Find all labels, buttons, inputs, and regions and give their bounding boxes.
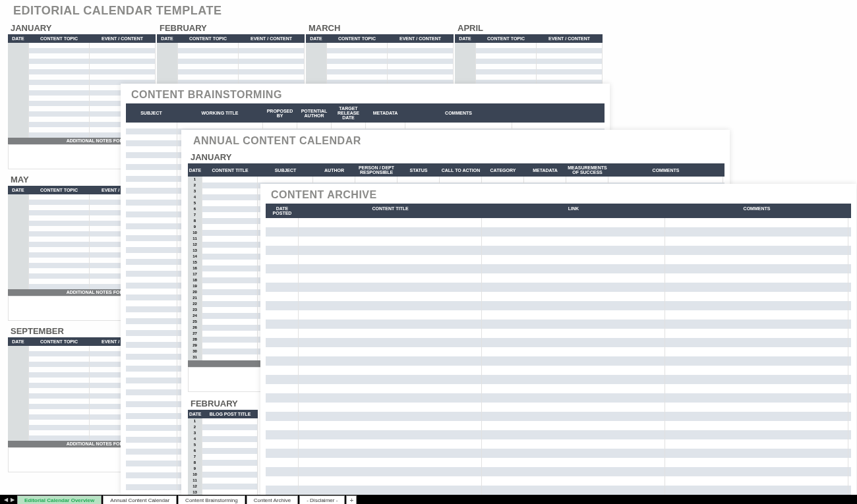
table-row[interactable] <box>266 449 851 458</box>
table-row[interactable] <box>266 264 851 273</box>
table-row[interactable]: 2 <box>188 424 258 430</box>
table-row[interactable] <box>266 320 851 329</box>
day-number: 27 <box>188 331 202 337</box>
table-row[interactable] <box>266 218 851 227</box>
table-row[interactable] <box>266 476 851 486</box>
table-row[interactable] <box>266 356 851 366</box>
table-row[interactable]: 6 <box>188 448 258 454</box>
day-number: 26 <box>188 325 202 331</box>
table-row[interactable] <box>266 412 851 421</box>
table-row[interactable] <box>266 393 851 403</box>
month-label: FEBRUARY <box>157 20 305 34</box>
table-row[interactable] <box>157 43 305 48</box>
table-row[interactable] <box>266 255 851 264</box>
table-row[interactable] <box>306 64 454 69</box>
col-metadata: METADATA <box>366 103 405 123</box>
table-row[interactable] <box>455 69 603 74</box>
table-row[interactable] <box>266 467 851 476</box>
col-target-release-date: TARGET RELEASE DATE <box>332 103 366 123</box>
table-row[interactable]: 12 <box>188 484 258 490</box>
table-row[interactable] <box>266 439 851 449</box>
sheet-tab[interactable]: Content Brainstorming <box>178 495 245 504</box>
col-working-title: WORKING TITLE <box>177 103 263 123</box>
table-row[interactable] <box>266 403 851 412</box>
table-row[interactable] <box>8 53 156 59</box>
table-row[interactable] <box>157 69 305 74</box>
table-row[interactable] <box>157 74 305 80</box>
sheet-tab[interactable]: Content Archive <box>247 495 298 504</box>
table-row[interactable]: 10 <box>188 472 258 478</box>
table-row[interactable]: 9 <box>188 466 258 472</box>
table-row[interactable] <box>266 486 851 495</box>
day-number: 17 <box>188 271 202 277</box>
col-content-topic: CONTENT TOPIC <box>327 34 388 43</box>
table-row[interactable]: 1 <box>188 177 724 182</box>
table-row[interactable] <box>455 74 603 80</box>
tab-nav-left-icon[interactable]: ◀ <box>3 495 9 504</box>
table-row[interactable] <box>8 48 156 53</box>
table-row[interactable]: 3 <box>188 430 258 436</box>
col-date: DATE <box>8 337 29 346</box>
table-row[interactable] <box>455 43 603 48</box>
table-row[interactable]: 5 <box>188 442 258 448</box>
table-row[interactable]: 4 <box>188 436 258 442</box>
sheet-tab[interactable]: Editorial Calendar Overview <box>17 495 102 504</box>
add-sheet-button[interactable]: + <box>346 495 357 504</box>
table-row[interactable] <box>266 301 851 310</box>
archive-rows <box>266 218 851 495</box>
table-row[interactable] <box>455 59 603 64</box>
table-row[interactable]: 7 <box>188 454 258 460</box>
table-row[interactable] <box>306 74 454 80</box>
table-row[interactable]: 1 <box>188 418 258 424</box>
table-row[interactable] <box>8 69 156 74</box>
table-row[interactable] <box>266 310 851 320</box>
col-category: CATEGORY <box>482 163 524 177</box>
sheet-tab[interactable]: Annual Content Calendar <box>103 495 177 504</box>
col-date: DATE <box>8 186 29 194</box>
col-content-topic: CONTENT TOPIC <box>29 186 90 194</box>
month-label: JANUARY <box>8 20 156 34</box>
table-row[interactable] <box>455 48 603 53</box>
col-proposed-by: PROPOSED BY <box>263 103 297 123</box>
table-row[interactable] <box>455 53 603 59</box>
table-row[interactable] <box>306 53 454 59</box>
table-row[interactable] <box>306 48 454 53</box>
table-row[interactable] <box>126 123 605 128</box>
col-measurements: MEASUREMENTS OF SUCCESS <box>566 163 608 177</box>
table-row[interactable] <box>266 384 851 393</box>
table-row[interactable] <box>266 338 851 347</box>
sheet-tab[interactable]: - Disclaimer - <box>299 495 345 504</box>
table-row[interactable] <box>8 59 156 64</box>
table-row[interactable] <box>266 430 851 439</box>
day-number: 22 <box>188 301 202 307</box>
table-row[interactable] <box>266 292 851 301</box>
day-number: 6 <box>188 206 202 212</box>
tab-nav-right-icon[interactable]: ▶ <box>9 495 16 504</box>
table-row[interactable] <box>266 421 851 430</box>
table-row[interactable] <box>8 43 156 48</box>
table-row[interactable] <box>455 64 603 69</box>
table-row[interactable] <box>266 347 851 356</box>
table-row[interactable] <box>8 74 156 80</box>
table-row[interactable] <box>266 375 851 384</box>
table-row[interactable] <box>157 53 305 59</box>
table-row[interactable] <box>306 69 454 74</box>
table-row[interactable] <box>157 64 305 69</box>
overview-header-row: DATECONTENT TOPICEVENT / CONTENT <box>306 34 454 43</box>
table-row[interactable] <box>306 43 454 48</box>
table-row[interactable]: 11 <box>188 478 258 484</box>
table-row[interactable] <box>266 227 851 237</box>
table-row[interactable]: 8 <box>188 460 258 466</box>
table-row[interactable] <box>157 48 305 53</box>
table-row[interactable] <box>266 329 851 338</box>
table-row[interactable] <box>266 283 851 292</box>
table-row[interactable] <box>157 59 305 64</box>
table-row[interactable] <box>266 458 851 467</box>
table-row[interactable] <box>266 237 851 246</box>
table-row[interactable] <box>266 246 851 255</box>
table-row[interactable] <box>8 64 156 69</box>
day-number: 9 <box>188 466 202 472</box>
table-row[interactable] <box>266 273 851 283</box>
table-row[interactable] <box>266 366 851 375</box>
table-row[interactable] <box>306 59 454 64</box>
